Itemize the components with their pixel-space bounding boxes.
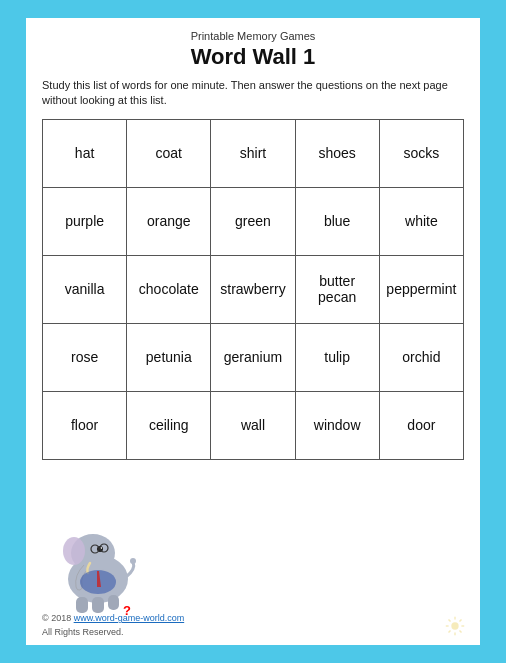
rights-text: All Rights Reserved. [42,627,124,637]
table-cell: wall [211,391,295,459]
table-cell: orchid [379,323,463,391]
table-cell: hat [43,119,127,187]
svg-point-14 [130,558,136,564]
table-cell: floor [43,391,127,459]
decorative-sun-icon [444,615,466,637]
table-cell: geranium [211,323,295,391]
svg-point-15 [451,622,458,629]
table-cell: butterpecan [295,255,379,323]
table-cell: purple [43,187,127,255]
svg-line-21 [459,630,461,632]
footer: © 2018 www.word-game-world.com All Right… [42,612,184,639]
footer-link[interactable]: www.word-game-world.com [74,613,185,623]
table-cell: peppermint [379,255,463,323]
svg-rect-5 [76,597,88,613]
svg-rect-7 [108,595,119,610]
table-cell: blue [295,187,379,255]
table-cell: petunia [127,323,211,391]
table-cell: ceiling [127,391,211,459]
table-cell: tulip [295,323,379,391]
table-cell: vanilla [43,255,127,323]
svg-point-2 [63,537,85,565]
svg-line-22 [459,619,461,621]
table-cell: socks [379,119,463,187]
table-cell: window [295,391,379,459]
instructions-text: Study this list of words for one minute.… [42,78,464,109]
table-cell: white [379,187,463,255]
svg-line-20 [448,619,450,621]
page-container: Printable Memory Games Word Wall 1 Study… [22,14,484,649]
table-cell: orange [127,187,211,255]
table-cell: green [211,187,295,255]
table-cell: shirt [211,119,295,187]
table-cell: chocolate [127,255,211,323]
page-title: Word Wall 1 [191,44,316,70]
table-cell: door [379,391,463,459]
word-table: hatcoatshirtshoessockspurpleorangegreenb… [42,119,464,460]
subtitle: Printable Memory Games [191,30,316,42]
svg-rect-6 [92,597,104,613]
table-cell: coat [127,119,211,187]
table-cell: shoes [295,119,379,187]
svg-line-23 [448,630,450,632]
table-cell: strawberry [211,255,295,323]
elephant-illustration: ? [38,507,148,617]
copyright-text: © 2018 [42,613,74,623]
table-cell: rose [43,323,127,391]
